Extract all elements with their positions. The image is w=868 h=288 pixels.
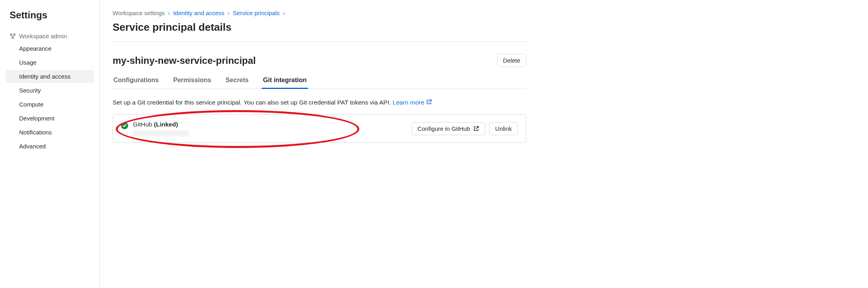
sidebar-title: Settings [6,10,94,29]
git-link-status: (Linked) [154,121,178,128]
git-credential-card: GitHub (Linked) Configure in GitHub Unli… [113,114,526,143]
main-content: Workspace settings › Identity and access… [100,0,539,288]
external-link-icon [426,99,432,105]
external-link-icon [473,126,479,132]
breadcrumb-sep: › [168,10,170,16]
tab-git-integration[interactable]: Git integration [262,73,307,89]
sidebar-item-development[interactable]: Development [6,112,94,125]
sidebar-item-appearance[interactable]: Appearance [6,42,94,55]
git-card-wrapper: GitHub (Linked) Configure in GitHub Unli… [113,114,526,143]
sidebar-section-header: Workspace admin [6,30,94,42]
principal-name: my-shiny-new-service-principal [113,55,256,66]
learn-more-text: Learn more [392,99,424,106]
sidebar: Settings Workspace admin Appearance Usag… [0,0,100,288]
git-provider-name: GitHub [133,121,152,128]
sidebar-item-identity-and-access[interactable]: Identity and access [6,70,94,83]
breadcrumb: Workspace settings › Identity and access… [113,10,526,16]
sidebar-item-notifications[interactable]: Notifications [6,126,94,139]
git-desc-text: Set up a Git credential for this service… [113,99,392,106]
learn-more-link[interactable]: Learn more [392,99,432,106]
git-card-actions: Configure in GitHub Unlink [412,122,518,135]
sidebar-item-compute[interactable]: Compute [6,98,94,111]
page-title: Service principal details [113,21,526,42]
configure-in-github-button[interactable]: Configure in GitHub [412,122,486,135]
breadcrumb-item-identity-and-access[interactable]: Identity and access [173,10,224,16]
sidebar-section-label: Workspace admin [19,33,67,39]
git-redacted-detail [133,130,189,136]
breadcrumb-sep: › [228,10,230,16]
git-section-description: Set up a Git credential for this service… [113,98,526,107]
principal-header: my-shiny-new-service-principal Delete [113,42,526,67]
svg-point-1 [14,34,15,35]
configure-label: Configure in GitHub [418,125,470,132]
tab-secrets[interactable]: Secrets [225,73,250,89]
tab-permissions[interactable]: Permissions [172,73,212,89]
sidebar-item-security[interactable]: Security [6,84,94,97]
git-provider-row: GitHub (Linked) [133,121,189,128]
unlink-button[interactable]: Unlink [489,122,518,135]
breadcrumb-item-workspace-settings: Workspace settings [113,10,165,16]
breadcrumb-item-service-principals[interactable]: Service principals [233,10,280,16]
sidebar-item-advanced[interactable]: Advanced [6,140,94,153]
sidebar-item-usage[interactable]: Usage [6,56,94,69]
delete-button[interactable]: Delete [497,54,526,67]
git-card-left: GitHub (Linked) [121,121,189,136]
check-circle-icon [121,122,128,129]
breadcrumb-sep: › [283,10,285,16]
svg-point-0 [11,34,12,35]
tab-configurations[interactable]: Configurations [113,73,160,89]
tabs: Configurations Permissions Secrets Git i… [113,73,526,89]
workspace-admin-icon [10,33,16,39]
sidebar-section: Workspace admin Appearance Usage Identit… [6,30,94,153]
